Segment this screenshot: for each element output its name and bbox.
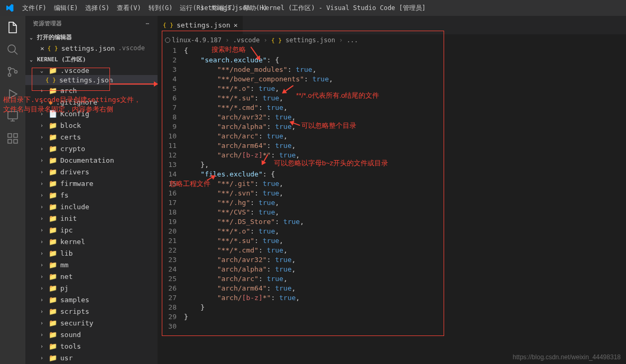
svg-rect-9 xyxy=(14,134,17,137)
tab-settings-json[interactable]: { } settings.json × xyxy=(158,16,243,34)
svg-point-0 xyxy=(8,45,15,52)
folder-icon: 📁 xyxy=(49,307,57,315)
svg-point-4 xyxy=(15,71,17,73)
annotation-whole-dir: 可以忽略整个目录 xyxy=(301,121,356,130)
svg-rect-6 xyxy=(8,134,12,137)
folder-item[interactable]: ›📁lib xyxy=(25,248,158,259)
menu-item[interactable]: 选择(S) xyxy=(81,4,113,13)
folder-item[interactable]: ›📁crypto xyxy=(25,143,158,155)
folder-icon: 📁 xyxy=(49,191,57,199)
json-icon: { } xyxy=(48,45,58,52)
folder-item[interactable]: ›📁kernel xyxy=(25,236,158,248)
sidebar-header: 资源管理器 ⋯ xyxy=(25,16,158,31)
svg-line-1 xyxy=(14,51,17,54)
breadcrumb-icon xyxy=(165,38,170,43)
folder-item[interactable]: ›📁fs xyxy=(25,190,158,201)
folder-icon: 📁 xyxy=(49,226,57,234)
close-tab-icon[interactable]: × xyxy=(234,21,238,29)
folder-icon: 📁 xyxy=(49,249,57,257)
folder-item[interactable]: ›📁mm xyxy=(25,259,158,271)
menu-item[interactable]: 查看(V) xyxy=(113,4,145,13)
more-icon[interactable]: ⋯ xyxy=(145,20,150,27)
annotation-bz-files: 可以忽略以字母b~z开头的文件或目录 xyxy=(274,158,388,168)
folder-icon: 📁 xyxy=(49,67,57,74)
annotation-root-note: 根目录下.vscode目录创建settings文件， 文件名与目录名固定，内容参… xyxy=(3,95,141,114)
folder-icon: 📁 xyxy=(49,133,57,141)
folder-icon: 📁 xyxy=(49,214,57,222)
folder-icon: 📁 xyxy=(49,203,57,211)
annotation-o-files: **/*.o代表所有.o结尾的文件 xyxy=(296,91,379,100)
folder-icon: 📁 xyxy=(49,261,57,269)
svg-point-2 xyxy=(8,68,11,70)
folder-item[interactable]: ›📁include xyxy=(25,201,158,213)
menu-item[interactable]: 转到(G) xyxy=(145,4,177,13)
breadcrumb[interactable]: linux-4.9.187 › .vscode › { } settings.j… xyxy=(158,34,626,46)
folder-icon: 📁 xyxy=(49,354,57,362)
folder-item[interactable]: ›📁drivers xyxy=(25,166,158,178)
watermark: https://blog.csdn.net/weixin_44498318 xyxy=(513,353,621,361)
folder-icon: 📁 xyxy=(49,319,57,327)
folder-item[interactable]: ›📁block xyxy=(25,120,158,132)
folder-item[interactable]: ›📁security xyxy=(25,318,158,329)
folder-item[interactable]: ›📁usr xyxy=(25,352,158,364)
folder-icon: 📁 xyxy=(49,331,57,339)
svg-point-3 xyxy=(8,74,11,77)
folder-icon: 📁 xyxy=(49,342,57,350)
folder-icon: 📁 xyxy=(49,145,57,153)
annotation-search-ignore: 搜索时忽略 xyxy=(211,45,246,54)
line-numbers: 1234567891011121314151617181920212223242… xyxy=(158,46,184,364)
source-control-icon[interactable] xyxy=(6,66,19,78)
editor-area: { } settings.json × linux-4.9.187 › .vsc… xyxy=(158,16,626,364)
open-editors-section[interactable]: ⌄打开的编辑器 xyxy=(25,31,158,43)
folder-item[interactable]: ›📁Documentation xyxy=(25,155,158,166)
folder-icon: 📁 xyxy=(49,296,57,304)
folder-icon: 📁 xyxy=(49,273,57,281)
folder-item[interactable]: ›📁tools xyxy=(25,341,158,352)
folder-item[interactable]: ›📁net xyxy=(25,271,158,283)
workspace-section[interactable]: ⌄KERNEL (工作区) xyxy=(25,53,158,66)
menu-item[interactable]: 文件(F) xyxy=(19,4,50,13)
close-icon[interactable]: × xyxy=(40,44,44,52)
sidebar-title: 资源管理器 xyxy=(33,20,62,27)
json-icon: { } xyxy=(45,77,56,83)
svg-rect-7 xyxy=(8,139,12,143)
explorer-icon[interactable] xyxy=(6,21,19,34)
folder-icon: 📁 xyxy=(49,122,57,129)
folder-icon: 📁 xyxy=(49,238,57,246)
folder-item[interactable]: ›📁init xyxy=(25,213,158,225)
folder-vscode[interactable]: ⌄📁.vscode xyxy=(25,66,158,76)
folder-item[interactable]: ›📁pj xyxy=(25,283,158,294)
folder-icon: 📁 xyxy=(49,156,57,164)
folder-item[interactable]: ›📁samples xyxy=(25,294,158,306)
search-icon[interactable] xyxy=(6,43,19,56)
code-editor[interactable]: 1234567891011121314151617181920212223242… xyxy=(158,46,626,364)
vscode-logo-icon xyxy=(0,4,19,12)
svg-rect-8 xyxy=(14,139,17,143)
folder-item[interactable]: ›📁ipc xyxy=(25,225,158,236)
sidebar: 资源管理器 ⋯ ⌄打开的编辑器 × { } settings.json .vsc… xyxy=(25,16,158,364)
folder-item[interactable]: ›📁sound xyxy=(25,329,158,341)
open-editor-item[interactable]: × { } settings.json .vscode xyxy=(25,43,158,53)
code-content[interactable]: { "search.exclude": { "**/node_modules":… xyxy=(184,46,626,364)
folder-icon: 📁 xyxy=(49,87,57,95)
titlebar: 文件(F)编辑(E)选择(S)查看(V)转到(G)运行(R)终端(T)帮助(H)… xyxy=(0,0,626,16)
folder-icon: 📁 xyxy=(49,284,57,292)
arrow-icon xyxy=(110,83,158,85)
window-title: settings.json - kernel (工作区) - Visual St… xyxy=(200,4,426,13)
extensions-icon[interactable] xyxy=(6,132,19,145)
folder-icon: 📁 xyxy=(49,168,57,176)
tab-bar: { } settings.json × xyxy=(158,16,626,34)
annotation-project-files: 忽略工程文件 xyxy=(169,179,210,189)
activity-bar xyxy=(0,16,25,364)
folder-item[interactable]: ›📁certs xyxy=(25,132,158,143)
folder-item[interactable]: ›📁scripts xyxy=(25,306,158,318)
menu-item[interactable]: 编辑(E) xyxy=(50,4,82,13)
json-icon: { } xyxy=(163,22,173,29)
folder-icon: 📁 xyxy=(49,180,57,188)
folder-item[interactable]: ›📁firmware xyxy=(25,178,158,190)
